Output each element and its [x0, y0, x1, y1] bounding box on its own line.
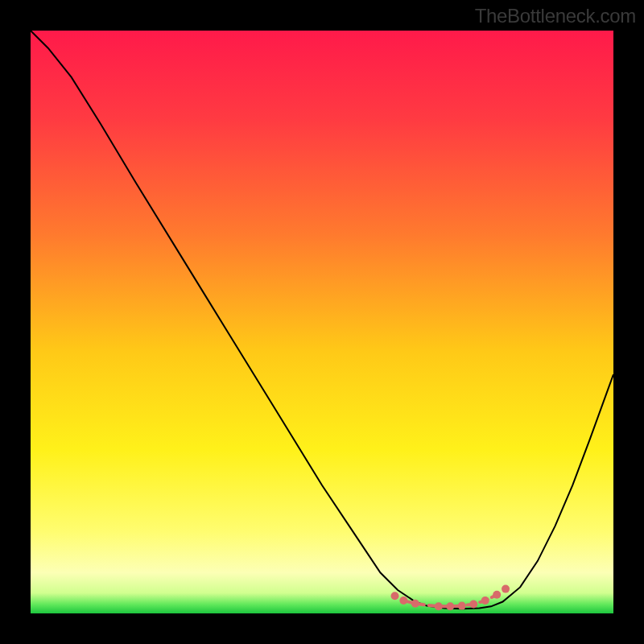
valley-marker: [411, 600, 419, 608]
valley-marker: [469, 600, 477, 608]
valley-marker: [502, 585, 510, 593]
valley-marker: [391, 592, 399, 600]
valley-marker: [493, 591, 501, 599]
plot-area: [31, 31, 613, 613]
curve-layer: [31, 31, 613, 613]
valley-marker: [481, 597, 489, 605]
valley-marker: [399, 597, 407, 605]
watermark-text: TheBottleneck.com: [475, 5, 636, 27]
valley-marker: [458, 602, 466, 610]
valley-marker: [435, 602, 443, 610]
valley-marker: [446, 602, 454, 610]
bottleneck-curve: [31, 31, 613, 609]
